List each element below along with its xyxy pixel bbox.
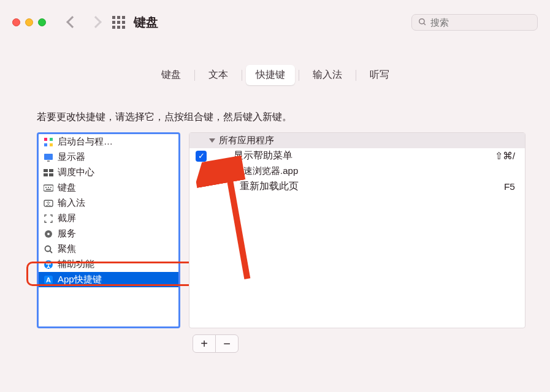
svg-text:文: 文 [46, 201, 51, 206]
tab-text[interactable]: 文本 [199, 65, 238, 85]
services-icon [44, 229, 53, 239]
svg-rect-10 [44, 173, 48, 176]
svg-line-22 [50, 251, 52, 253]
shortcut-row[interactable]: 重新加载此页 F5 [189, 179, 525, 194]
group-all-apps[interactable]: 所有应用程序 [189, 133, 525, 148]
svg-point-13 [45, 187, 47, 188]
chevron-down-icon [209, 169, 215, 173]
shortcut-checkbox[interactable]: ✓ [196, 151, 207, 162]
svg-rect-9 [49, 169, 53, 172]
category-label: 调度中心 [58, 167, 94, 178]
svg-point-14 [48, 187, 49, 188]
svg-rect-7 [47, 160, 50, 162]
tab-shortcuts[interactable]: 快捷键 [246, 65, 295, 85]
titlebar: 键盘 [0, 0, 550, 44]
shortcut-label: 重新加载此页 [234, 180, 504, 193]
svg-point-0 [419, 19, 424, 24]
window-controls [12, 18, 46, 26]
category-label: 输入法 [58, 197, 85, 209]
keyboard-icon [44, 183, 53, 193]
shortcut-key[interactable]: F5 [504, 181, 515, 192]
back-button[interactable] [66, 16, 78, 28]
svg-rect-2 [44, 138, 47, 141]
shortcut-row[interactable]: ✓ 显示帮助菜单 ⇧⌘/ [189, 148, 525, 164]
forward-button[interactable] [90, 16, 102, 28]
category-display[interactable]: 显示器 [39, 149, 178, 165]
display-icon [44, 153, 53, 162]
show-all-prefs-button[interactable] [112, 16, 125, 29]
category-input-sources[interactable]: 文 输入法 [39, 195, 178, 211]
svg-rect-4 [44, 143, 47, 146]
add-remove-controls: + − [193, 334, 539, 353]
search-input[interactable] [430, 17, 531, 28]
category-mission-control[interactable]: 调度中心 [39, 165, 178, 180]
svg-point-21 [45, 246, 51, 251]
search-field[interactable] [411, 14, 538, 31]
svg-line-1 [424, 23, 426, 25]
group-360-browser[interactable]: 360极速浏览器.app [189, 164, 525, 179]
category-screenshot[interactable]: 截屏 [39, 211, 178, 226]
launchpad-icon [44, 137, 53, 147]
category-label: 键盘 [58, 182, 76, 194]
svg-rect-11 [49, 173, 53, 176]
pref-tabs: 键盘 文本 快捷键 输入法 听写 [11, 65, 539, 85]
category-services[interactable]: 服务 [39, 226, 178, 241]
add-shortcut-button[interactable]: + [193, 334, 216, 353]
spotlight-icon [44, 244, 53, 254]
tab-dictation[interactable]: 听写 [360, 65, 399, 85]
svg-rect-6 [44, 154, 53, 160]
content-panes: 启动台与程… 显示器 调度中心 键盘 文 输入法 [37, 132, 525, 328]
screenshot-icon [44, 214, 53, 224]
app-shortcut-icon: A [44, 275, 53, 285]
tab-separator [299, 70, 299, 81]
zoom-window-button[interactable] [38, 18, 46, 26]
shortcut-key[interactable]: ⇧⌘/ [495, 151, 515, 162]
svg-rect-5 [50, 143, 53, 146]
category-launchpad[interactable]: 启动台与程… [39, 134, 178, 149]
tab-separator [194, 70, 195, 81]
shortcut-label: 显示帮助菜单 [234, 149, 495, 162]
category-keyboard[interactable]: 键盘 [39, 180, 178, 195]
category-label: 显示器 [58, 151, 85, 163]
accessibility-icon [44, 260, 53, 270]
category-accessibility[interactable]: 辅助功能 [39, 257, 178, 272]
category-label: 启动台与程… [58, 136, 113, 148]
svg-rect-8 [44, 169, 48, 172]
category-list[interactable]: 启动台与程… 显示器 调度中心 键盘 文 输入法 [37, 132, 180, 328]
instruction-text: 若要更改快捷键，请选择它，点按组合键，然后键入新键。 [37, 111, 539, 124]
titlebar-left: 键盘 [12, 14, 158, 31]
page-title: 键盘 [134, 14, 158, 31]
input-icon: 文 [44, 198, 53, 208]
category-label: 辅助功能 [58, 258, 94, 270]
category-label: 截屏 [58, 213, 76, 224]
search-icon [418, 17, 427, 27]
tab-keyboard[interactable]: 键盘 [151, 65, 191, 85]
svg-rect-16 [46, 189, 51, 190]
nav-buttons [68, 18, 100, 26]
tab-separator [356, 70, 356, 81]
category-app-shortcuts[interactable]: A App快捷键 [39, 272, 178, 287]
svg-point-24 [48, 261, 50, 263]
tab-separator [242, 70, 242, 81]
svg-point-20 [47, 233, 50, 235]
tab-input-sources[interactable]: 输入法 [303, 65, 352, 85]
category-spotlight[interactable]: 聚焦 [39, 241, 178, 257]
system-preferences-window: 键盘 键盘 文本 快捷键 输入法 听写 若要更改快捷键，请选择它，点按组合键，然… [0, 0, 550, 392]
shortcut-list[interactable]: 所有应用程序 ✓ 显示帮助菜单 ⇧⌘/ 360极速浏览器.app 重新加载此页 … [189, 132, 525, 328]
minimize-window-button[interactable] [25, 18, 33, 26]
remove-shortcut-button[interactable]: − [215, 334, 239, 353]
chevron-down-icon [209, 138, 215, 143]
svg-point-15 [50, 187, 52, 188]
close-window-button[interactable] [12, 18, 20, 26]
category-label: 聚焦 [58, 243, 76, 255]
svg-rect-3 [50, 138, 53, 141]
category-label: App快捷键 [58, 274, 102, 285]
svg-text:A: A [46, 276, 51, 284]
group-label: 所有应用程序 [219, 135, 274, 146]
mission-icon [44, 168, 53, 178]
category-label: 服务 [58, 228, 76, 239]
group-label: 360极速浏览器.app [219, 165, 298, 177]
